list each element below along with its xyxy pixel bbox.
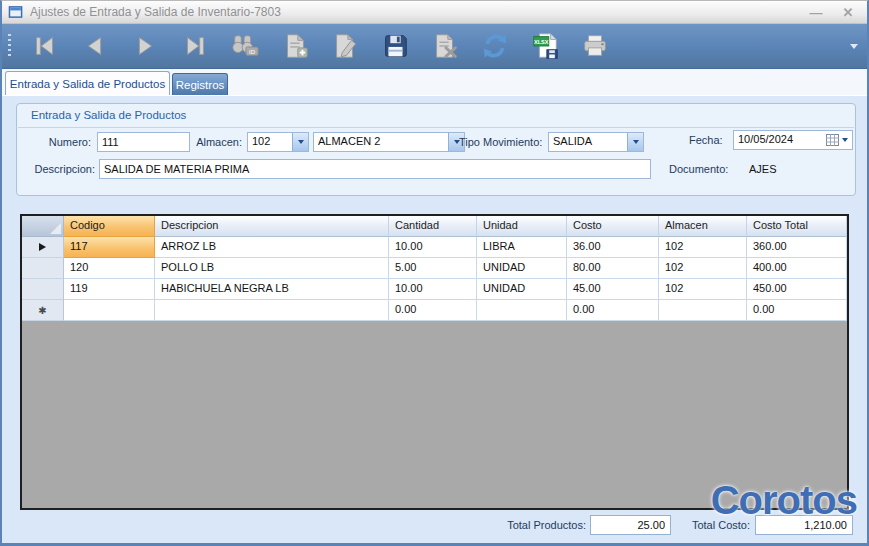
delete-record-icon [430,31,460,61]
cell-codigo[interactable]: 117 [64,237,155,258]
corotos-watermark: Corotos [711,478,857,523]
export-xlsx-icon: XLSX [530,31,560,61]
minimize-button[interactable]: — [807,5,825,20]
tab-page: Entrada y Salida de Productos Numero: Al… [2,95,867,543]
tab-entrada-salida-productos[interactable]: Entrada y Salida de Productos [5,71,170,95]
entrada-salida-groupbox: Entrada y Salida de Productos Numero: Al… [16,103,856,196]
products-grid[interactable]: Codigo Descripcion Cantidad Unidad Costo… [20,214,849,510]
cell-almacen[interactable]: 102 [659,279,747,300]
refresh-button[interactable] [478,29,512,63]
cell-codigo[interactable] [64,300,155,321]
tab-registros[interactable]: Registros [172,73,228,95]
cell-descripcion[interactable]: POLLO LB [155,258,389,279]
save-icon [380,31,410,61]
column-header-unidad[interactable]: Unidad [477,216,567,237]
window-title: Ajustes de Entrada y Salida de Inventari… [30,5,281,19]
tipo-movimiento-combobox[interactable]: SALIDA [548,132,644,152]
cell-costo[interactable]: 45.00 [567,279,659,300]
column-header-cantidad[interactable]: Cantidad [389,216,477,237]
column-header-codigo[interactable]: Codigo [64,216,155,237]
tipo-movimiento-dropdown-button[interactable] [627,133,643,151]
cell-unidad[interactable]: UNIDAD [477,258,567,279]
first-record-button[interactable] [28,29,62,63]
cell-cantidad[interactable]: 0.00 [389,300,477,321]
refresh-icon [480,31,510,61]
row-selector[interactable] [22,279,64,300]
cell-almacen[interactable]: 102 [659,237,747,258]
cell-costo-total[interactable]: 0.00 [747,300,847,321]
documento-value: AJES [749,159,777,179]
row-selector-new[interactable]: ✱ [22,300,64,321]
cell-cantidad[interactable]: 10.00 [389,237,477,258]
tipo-movimiento-value: SALIDA [549,133,627,151]
column-header-costo-total[interactable]: Costo Total [747,216,847,237]
find-by-id-button[interactable]: ID [228,29,262,63]
numero-input[interactable] [97,132,190,152]
chevron-down-icon [633,140,639,144]
numero-label: Numero: [31,132,91,152]
cell-costo[interactable]: 80.00 [567,258,659,279]
toolbar: ID [2,24,867,69]
almacen-code-dropdown-button[interactable] [292,133,308,151]
cell-cantidad[interactable]: 5.00 [389,258,477,279]
cell-costo-total[interactable]: 450.00 [747,279,847,300]
next-record-button[interactable] [128,29,162,63]
row-selector-current[interactable] [22,237,64,258]
cell-almacen[interactable] [659,300,747,321]
toolbar-overflow-button[interactable] [850,44,858,49]
cell-costo-total[interactable]: 400.00 [747,258,847,279]
toolbar-grip[interactable] [8,34,11,58]
tipo-movimiento-label: Tipo Movimiento: [459,132,549,152]
fecha-datepicker[interactable]: 10/05/2024 [733,130,853,150]
delete-record-button[interactable] [428,29,462,63]
new-row-icon: ✱ [38,305,46,316]
edit-record-button[interactable] [328,29,362,63]
descripcion-input[interactable] [99,159,651,179]
cell-cantidad[interactable]: 10.00 [389,279,477,300]
cell-codigo[interactable]: 119 [64,279,155,300]
cell-costo-total[interactable]: 360.00 [747,237,847,258]
app-window: Ajustes de Entrada y Salida de Inventari… [0,0,869,546]
almacen-name-combobox[interactable]: ALMACEN 2 [313,132,465,152]
cell-costo[interactable]: 36.00 [567,237,659,258]
current-row-arrow-icon [39,243,46,251]
cell-codigo[interactable]: 120 [64,258,155,279]
row-selector[interactable] [22,258,64,279]
fecha-value: 10/05/2024 [734,131,822,149]
find-by-id-icon: ID [230,31,260,61]
table-row-new[interactable]: ✱ 0.00 0.00 0.00 [22,300,847,321]
print-button[interactable] [578,29,612,63]
previous-record-button[interactable] [78,29,112,63]
total-productos-input[interactable] [590,515,671,535]
first-record-icon [30,31,60,61]
close-button[interactable]: ✕ [839,5,857,20]
cell-descripcion[interactable] [155,300,389,321]
cell-unidad[interactable]: LIBRA [477,237,567,258]
column-header-almacen[interactable]: Almacen [659,216,747,237]
groupbox-title: Entrada y Salida de Productos [31,109,186,121]
last-record-button[interactable] [178,29,212,63]
calendar-icon [826,134,839,146]
almacen-code-combobox[interactable]: 102 [247,132,309,152]
table-row[interactable]: 117 ARROZ LB 10.00 LIBRA 36.00 102 360.0… [22,237,847,258]
cell-descripcion[interactable]: HABICHUELA NEGRA LB [155,279,389,300]
new-record-button[interactable] [278,29,312,63]
grid-corner-header[interactable] [22,216,64,237]
previous-record-icon [80,31,110,61]
groupbox-divider [18,127,854,128]
cell-unidad[interactable] [477,300,567,321]
save-button[interactable] [378,29,412,63]
column-header-costo[interactable]: Costo [567,216,659,237]
table-row[interactable]: 120 POLLO LB 5.00 UNIDAD 80.00 102 400.0… [22,258,847,279]
column-header-descripcion[interactable]: Descripcion [155,216,389,237]
export-xlsx-button[interactable]: XLSX [528,29,562,63]
cell-costo[interactable]: 0.00 [567,300,659,321]
almacen-name-value: ALMACEN 2 [314,133,448,151]
chevron-down-icon [298,140,304,144]
cell-unidad[interactable]: UNIDAD [477,279,567,300]
svg-text:XLSX: XLSX [534,39,549,45]
svg-text:ID: ID [249,48,256,55]
cell-almacen[interactable]: 102 [659,258,747,279]
cell-descripcion[interactable]: ARROZ LB [155,237,389,258]
table-row[interactable]: 119 HABICHUELA NEGRA LB 10.00 UNIDAD 45.… [22,279,847,300]
